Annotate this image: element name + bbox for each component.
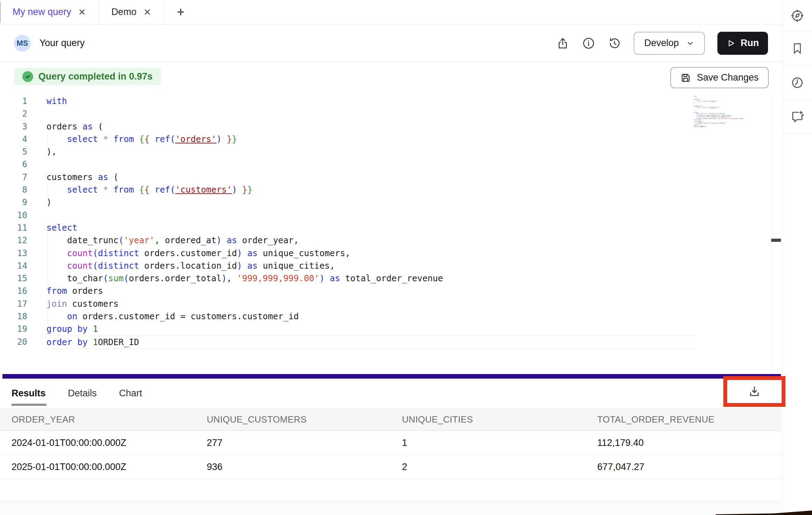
- sidebar-item-history[interactable]: [782, 66, 812, 100]
- column-header: TOTAL_ORDER_REVENUE: [586, 414, 781, 425]
- run-label: Run: [741, 38, 759, 48]
- code-line-16[interactable]: from orders: [46, 285, 695, 297]
- line-number: 5: [0, 145, 27, 158]
- compass-icon: [790, 9, 804, 23]
- clock-icon: [790, 76, 804, 90]
- run-button[interactable]: Run: [717, 32, 768, 55]
- new-tab-button[interactable]: +: [164, 0, 198, 24]
- sql-editor[interactable]: 1234567891011121314151617181920 withorde…: [0, 95, 782, 374]
- minimap-code: withorders as ( select * from {{ ref('or…: [694, 96, 701, 127]
- line-number: 14: [0, 260, 27, 272]
- code-line-12[interactable]: date_trunc('year', ordered_at) as order_…: [46, 234, 695, 247]
- table-cell: 277: [195, 438, 390, 448]
- save-changes-label: Save Changes: [697, 72, 759, 83]
- table-empty-row: [0, 479, 781, 502]
- query-header: MS Your query Develop: [0, 25, 782, 62]
- tab-my-new-query[interactable]: My new query ✕: [0, 0, 99, 24]
- code-line-9[interactable]: ): [46, 196, 695, 209]
- download-icon[interactable]: [747, 385, 761, 398]
- sidebar-item-bookmarks[interactable]: [782, 31, 812, 66]
- table-footer-area: [0, 502, 781, 515]
- table-cell: 936: [195, 462, 390, 472]
- table-body: 2024-01-01T00:00:00.000Z2771112,179.4020…: [0, 431, 781, 479]
- line-number: 11: [0, 222, 27, 234]
- line-number: 2: [0, 107, 27, 120]
- line-number-gutter: 1234567891011121314151617181920: [0, 95, 27, 348]
- line-number: 8: [0, 184, 27, 196]
- plus-icon: +: [177, 5, 185, 20]
- info-icon[interactable]: [582, 37, 595, 50]
- code-line-14[interactable]: count(distinct orders.location_id) as un…: [46, 260, 695, 272]
- page-title: Your query: [39, 38, 85, 48]
- close-icon[interactable]: ✕: [78, 8, 86, 17]
- table-row: 2024-01-01T00:00:00.000Z2771112,179.40: [0, 431, 781, 455]
- column-header: UNIQUE_CITIES: [391, 414, 586, 425]
- sidebar-item-explore[interactable]: [782, 0, 812, 31]
- sidebar-item-ai-chat[interactable]: [782, 100, 812, 134]
- develop-button[interactable]: Develop: [634, 32, 704, 55]
- right-sidebar: [782, 0, 812, 515]
- chat-sparkle-icon: [790, 110, 805, 124]
- line-number: 16: [0, 285, 27, 297]
- table-cell: 2024-01-01T00:00:00.000Z: [0, 438, 195, 448]
- code-line-19[interactable]: group by 1: [46, 323, 695, 335]
- status-bar: Query completed in 0.97s Save Changes: [0, 62, 782, 94]
- code-line-15[interactable]: to_char(sum(orders.order_total), '999,99…: [46, 272, 695, 285]
- tab-results[interactable]: Results: [12, 388, 46, 399]
- status-message: Query completed in 0.97s: [38, 71, 153, 82]
- line-number: 13: [0, 247, 27, 260]
- tab-demo[interactable]: Demo ✕: [99, 0, 164, 24]
- query-status-badge: Query completed in 0.97s: [14, 68, 161, 85]
- code-line-2[interactable]: [46, 107, 695, 120]
- line-number: 18: [0, 310, 27, 323]
- results-table: ORDER_YEARUNIQUE_CUSTOMERSUNIQUE_CITIEST…: [0, 408, 781, 515]
- code-line-18[interactable]: on orders.customer_id = customers.custom…: [46, 310, 695, 323]
- table-row: 2025-01-01T00:00:00.000Z9362677,047.27: [0, 455, 781, 479]
- code-line-20[interactable]: order by 1ORDER_ID: [46, 336, 695, 349]
- line-number: 15: [0, 272, 27, 285]
- code-line-3[interactable]: orders as (: [46, 120, 695, 133]
- save-changes-button[interactable]: Save Changes: [670, 67, 769, 88]
- code-line-6[interactable]: [46, 158, 695, 171]
- develop-label: Develop: [644, 38, 679, 48]
- code-line-1[interactable]: with: [46, 95, 695, 107]
- line-number: 6: [0, 158, 27, 171]
- tab-details[interactable]: Details: [68, 388, 97, 399]
- minimap[interactable]: withorders as ( select * from {{ ref('or…: [694, 96, 753, 160]
- line-number: 7: [0, 171, 27, 184]
- panel-divider-bar[interactable]: [2, 374, 781, 379]
- active-tab-underline: [12, 404, 46, 406]
- code-line-13[interactable]: count(distinct orders.customer_id) as un…: [46, 247, 695, 260]
- check-circle-icon: [22, 71, 33, 82]
- code-line-4[interactable]: select * from {{ ref('orders') }}: [46, 133, 695, 145]
- editor-scroll-thumb[interactable]: [771, 239, 781, 242]
- tab-chart[interactable]: Chart: [119, 388, 142, 399]
- close-icon[interactable]: ✕: [143, 8, 151, 17]
- history-icon[interactable]: [608, 37, 621, 50]
- line-number: 19: [0, 323, 27, 335]
- code-line-20[interactable]: order by 1ORDER_ID: [694, 126, 753, 127]
- play-icon: [726, 39, 736, 48]
- code-line-8[interactable]: select * from {{ ref('customers') }}: [46, 184, 695, 196]
- share-icon[interactable]: [556, 37, 569, 50]
- line-number: 3: [0, 120, 27, 133]
- column-header: ORDER_YEAR: [0, 414, 195, 425]
- code-line-10[interactable]: [46, 209, 695, 222]
- save-icon: [680, 73, 691, 83]
- table-cell: 2025-01-01T00:00:00.000Z: [0, 462, 195, 472]
- line-number: 10: [0, 209, 27, 222]
- code-line-11[interactable]: select: [46, 222, 695, 234]
- line-number: 1: [0, 95, 27, 107]
- code-area[interactable]: withorders as ( select * from {{ ref('or…: [46, 95, 695, 349]
- avatar: MS: [14, 35, 31, 52]
- editor-scroll-track: [771, 95, 771, 374]
- table-cell: 112,179.40: [586, 438, 781, 448]
- code-line-7[interactable]: customers as (: [46, 171, 695, 184]
- table-header-row: ORDER_YEARUNIQUE_CUSTOMERSUNIQUE_CITIEST…: [0, 408, 781, 431]
- bookmark-icon: [791, 42, 804, 55]
- line-number: 9: [0, 196, 27, 209]
- line-number: 4: [0, 133, 27, 145]
- code-line-17[interactable]: join customers: [46, 298, 695, 310]
- code-line-5[interactable]: ),: [46, 145, 695, 158]
- line-number: 20: [0, 336, 27, 348]
